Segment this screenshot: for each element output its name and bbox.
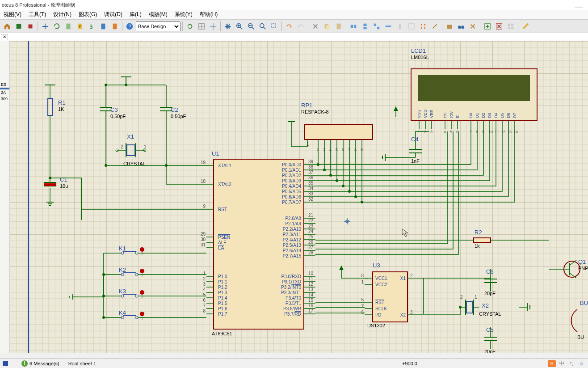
- svg-text:1: 1: [144, 144, 147, 149]
- copy-icon[interactable]: [322, 21, 332, 32]
- package-icon[interactable]: [444, 21, 455, 32]
- tool-icon[interactable]: [429, 21, 440, 32]
- tools-icon[interactable]: [467, 21, 478, 32]
- pencil-icon[interactable]: [520, 21, 531, 32]
- zoom-fit-icon[interactable]: [257, 21, 268, 32]
- info-icon[interactable]: i: [21, 360, 28, 367]
- menu-system[interactable]: 系统(Y): [171, 11, 196, 18]
- align-6-icon[interactable]: [406, 21, 417, 32]
- binoculars-icon[interactable]: [456, 21, 466, 32]
- cut-icon[interactable]: [310, 21, 321, 32]
- svg-text:P2.4/A12: P2.4/A12: [283, 237, 302, 242]
- minimize-icon[interactable]: —: [575, 2, 583, 11]
- align-5-icon[interactable]: [395, 21, 405, 32]
- svg-text:1k: 1k: [475, 243, 480, 249]
- component-buzzer[interactable]: BU BU: [571, 300, 588, 340]
- svg-text:P0.7/AD7: P0.7/AD7: [282, 200, 301, 205]
- component-r2[interactable]: R2 1k: [315, 229, 549, 249]
- menu-chart[interactable]: 图表(G): [75, 11, 101, 18]
- tab-close-button[interactable]: ✕: [1, 34, 8, 40]
- design-selector[interactable]: Base Design: [136, 21, 181, 31]
- align-1-icon[interactable]: [348, 21, 359, 32]
- sheet-name[interactable]: Root sheet 1: [59, 361, 96, 366]
- arrows-icon[interactable]: [40, 21, 50, 32]
- component-lcd1[interactable]: LCD1 LM016L VSS1VDD2VEE3RS4RW5E6D07D18D2…: [411, 47, 537, 134]
- zoom-in-icon[interactable]: [234, 21, 245, 32]
- orange-doc-icon[interactable]: [109, 21, 120, 32]
- add-green-icon[interactable]: [482, 21, 493, 32]
- component-q1[interactable]: Q1 PNP: [549, 258, 588, 278]
- align-3-icon[interactable]: [371, 21, 382, 32]
- component-u3[interactable]: U3 DS1302 8VCC11VCC25RST7SCLK6I/O2X13X2: [361, 262, 416, 328]
- redo-icon[interactable]: [295, 21, 306, 32]
- svg-text:19: 19: [201, 160, 206, 165]
- chip-icon[interactable]: [25, 21, 36, 32]
- menu-template[interactable]: 模版(M): [145, 11, 171, 18]
- svg-text:6: 6: [203, 298, 206, 303]
- undo-icon[interactable]: [284, 21, 294, 32]
- ime-icon-punct[interactable]: °,: [567, 360, 575, 367]
- dollar-icon[interactable]: $: [86, 21, 97, 32]
- svg-text:11: 11: [308, 276, 314, 281]
- svg-text:14: 14: [308, 292, 314, 297]
- svg-text:AT89C51: AT89C51: [212, 331, 232, 336]
- zoom-area-icon[interactable]: [269, 21, 280, 32]
- menu-lib[interactable]: 库(L): [126, 11, 145, 18]
- component-r1[interactable]: R1 1K: [45, 85, 66, 178]
- doc-s-icon[interactable]: S: [75, 21, 85, 32]
- align-4-icon[interactable]: [383, 21, 394, 32]
- file-icon[interactable]: [63, 21, 74, 32]
- crosshair-icon[interactable]: [208, 21, 218, 32]
- side-309[interactable]: 309: [0, 96, 9, 102]
- ime-icon-s[interactable]: S: [548, 360, 556, 367]
- blue-doc-icon[interactable]: [98, 21, 109, 32]
- rotate-icon[interactable]: [185, 21, 195, 32]
- menu-view[interactable]: 视图(V): [0, 11, 25, 18]
- side-2a[interactable]: 2A: [0, 89, 9, 96]
- svg-text:29: 29: [201, 232, 206, 237]
- home-icon[interactable]: [2, 21, 13, 32]
- svg-text:X1: X1: [400, 276, 406, 281]
- schematic-canvas[interactable]: R1 1K C1 10u C3 0.50pF: [10, 41, 588, 353]
- svg-text:36: 36: [308, 175, 314, 180]
- svg-text:18: 18: [201, 179, 206, 184]
- menu-help[interactable]: 帮助(H): [196, 11, 222, 18]
- svg-point-158: [102, 295, 105, 297]
- svg-text:35: 35: [308, 181, 314, 186]
- refresh-icon[interactable]: [51, 21, 62, 32]
- remove-red-icon[interactable]: [494, 21, 504, 32]
- message-count[interactable]: 6 Message(s): [29, 361, 59, 366]
- svg-text:RST: RST: [375, 300, 384, 305]
- component-c4[interactable]: C4 1nF: [382, 131, 429, 164]
- grid-icon[interactable]: [196, 21, 207, 32]
- menu-debug[interactable]: 调试(D): [101, 11, 126, 18]
- menu-tool[interactable]: 工具(T): [25, 11, 50, 18]
- paste-icon[interactable]: [333, 21, 344, 32]
- align-2-icon[interactable]: [360, 21, 370, 32]
- ime-icon-cn[interactable]: 中: [558, 360, 566, 367]
- component-c2[interactable]: C2 0.50pF: [160, 85, 186, 127]
- component-x2[interactable]: X2 2 1 CRYSTAL: [460, 295, 501, 317]
- component-x1[interactable]: X1 2 1 CRYSTAL: [116, 133, 147, 166]
- side-es[interactable]: ES: [0, 81, 9, 88]
- pan-icon[interactable]: [223, 21, 233, 32]
- grid4-icon[interactable]: [505, 21, 516, 32]
- component-c1[interactable]: C1 10u: [44, 176, 68, 206]
- svg-text:1: 1: [307, 142, 309, 147]
- svg-text:S: S: [79, 24, 81, 29]
- svg-text:PSEN: PSEN: [218, 235, 230, 240]
- svg-text:P0.2/AD2: P0.2/AD2: [282, 173, 301, 178]
- component-k3[interactable]: K3: [104, 288, 206, 298]
- ime-icon-face[interactable]: ☺: [577, 360, 585, 367]
- zoom-out-icon[interactable]: [246, 21, 256, 32]
- help-icon[interactable]: ?: [124, 21, 135, 32]
- menu-design[interactable]: 设计(N): [50, 11, 75, 18]
- pattern-icon[interactable]: [418, 21, 428, 32]
- component-c3[interactable]: C3 0.50pF: [100, 85, 126, 127]
- svg-text:P0.0/AD0: P0.0/AD0: [282, 162, 301, 167]
- pcb-icon[interactable]: [13, 21, 24, 32]
- component-k4[interactable]: K4: [104, 297, 206, 320]
- component-rp1[interactable]: RP1 RESPACK-8 1 23456789: [288, 102, 373, 152]
- component-c5[interactable]: C5 20pF: [484, 326, 497, 353]
- svg-text:BU: BU: [577, 334, 584, 340]
